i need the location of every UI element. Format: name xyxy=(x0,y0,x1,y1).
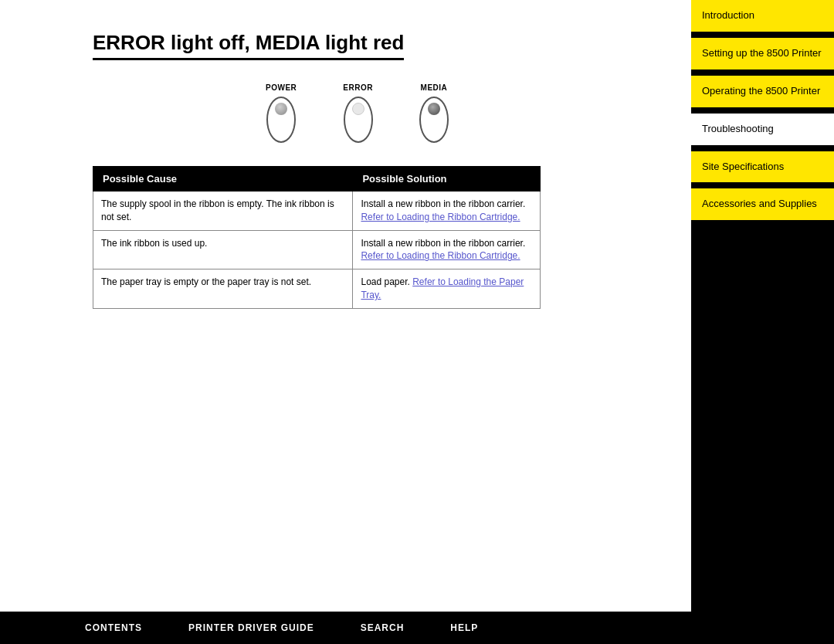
solution-cell-1: Install a new ribbon in the ribbon carri… xyxy=(353,192,541,231)
solution-text-2: Install a new ribbon in the ribbon carri… xyxy=(361,238,525,249)
lights-section: POWER ERROR MEDIA xyxy=(62,83,653,143)
page-title: ERROR light off, MEDIA light red xyxy=(93,31,404,60)
power-light-item: POWER xyxy=(266,83,297,143)
solution-header: Possible Solution xyxy=(353,167,541,192)
table-row: The paper tray is empty or the paper tra… xyxy=(93,269,541,309)
error-oval xyxy=(344,97,373,143)
power-label: POWER xyxy=(266,83,297,92)
media-circle xyxy=(428,103,440,115)
media-light-item: MEDIA xyxy=(419,83,449,143)
solution-cell-2: Install a new ribbon in the ribbon carri… xyxy=(353,230,541,269)
sidebar-item-introduction[interactable]: Introduction xyxy=(691,0,834,32)
cause-header: Possible Cause xyxy=(93,167,353,192)
power-circle xyxy=(275,103,287,115)
sidebar-item-setting-up[interactable]: Setting up the 8500 Printer xyxy=(691,38,834,69)
solution-cell-3: Load paper. Refer to Loading the Paper T… xyxy=(353,269,541,309)
sidebar-item-accessories[interactable]: Accessories and Supplies xyxy=(691,188,834,220)
solution-link-2[interactable]: Refer to Loading the Ribbon Cartridge. xyxy=(361,250,520,261)
sidebar-gap-1 xyxy=(691,32,834,38)
sidebar-item-operating[interactable]: Operating the 8500 Printer xyxy=(691,76,834,107)
table-row: The supply spool in the ribbon is empty.… xyxy=(93,192,541,231)
help-button[interactable]: Help xyxy=(427,622,501,633)
sidebar-item-troubleshooting[interactable]: Troubleshooting xyxy=(691,114,834,145)
sidebar: Introduction Setting up the 8500 Printer… xyxy=(691,0,834,644)
sidebar-gap-2 xyxy=(691,69,834,76)
sidebar-item-site-specs[interactable]: Site Specifications xyxy=(691,151,834,183)
cause-cell-1: The supply spool in the ribbon is empty.… xyxy=(93,192,353,231)
search-button[interactable]: Search xyxy=(337,622,428,633)
cause-cell-3: The paper tray is empty or the paper tra… xyxy=(93,269,353,309)
solution-text-1: Install a new ribbon in the ribbon carri… xyxy=(361,198,525,209)
media-oval xyxy=(419,97,449,143)
error-light-item: ERROR xyxy=(343,83,373,143)
error-label: ERROR xyxy=(343,83,373,92)
error-circle xyxy=(352,103,364,115)
solution-text-3: Load paper. xyxy=(361,276,409,287)
content-area: ERROR light off, MEDIA light red POWER E… xyxy=(0,0,691,644)
table-row: The ink ribbon is used up. Install a new… xyxy=(93,230,541,269)
contents-button[interactable]: Contents xyxy=(15,622,165,633)
power-oval xyxy=(266,97,296,143)
printer-driver-guide-button[interactable]: Printer Driver Guide xyxy=(165,622,337,633)
sidebar-gap-5 xyxy=(691,182,834,188)
sidebar-gap-3 xyxy=(691,107,834,114)
sidebar-gap-4 xyxy=(691,145,834,151)
solution-link-1[interactable]: Refer to Loading the Ribbon Cartridge. xyxy=(361,212,520,222)
bottom-toolbar: Contents Printer Driver Guide Search Hel… xyxy=(0,612,691,644)
media-label: MEDIA xyxy=(421,83,448,92)
cause-solution-table: Possible Cause Possible Solution The sup… xyxy=(93,166,541,309)
cause-cell-2: The ink ribbon is used up. xyxy=(93,230,353,269)
page-container: ERROR light off, MEDIA light red POWER E… xyxy=(0,0,834,644)
